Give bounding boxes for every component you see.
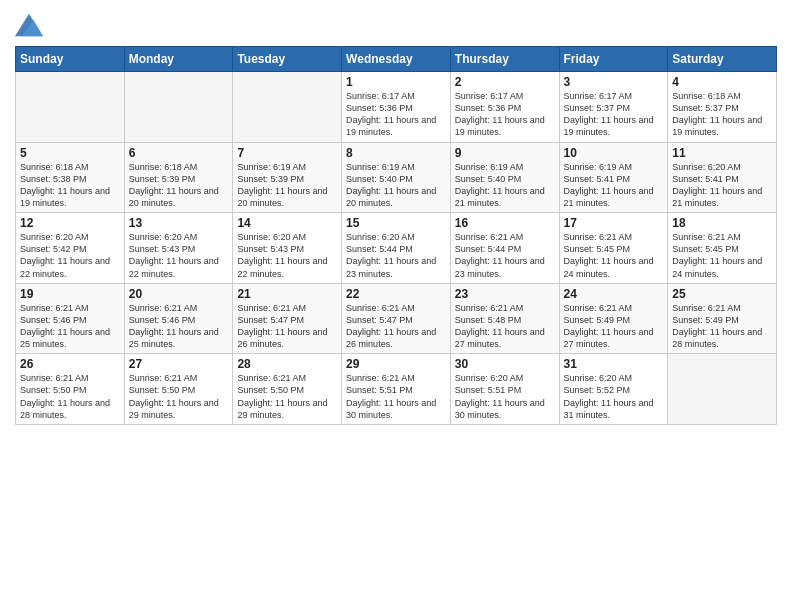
day-number: 18	[672, 216, 772, 230]
day-of-week-header: Monday	[124, 47, 233, 72]
calendar-day-cell: 10Sunrise: 6:19 AM Sunset: 5:41 PM Dayli…	[559, 142, 668, 213]
day-info: Sunrise: 6:21 AM Sunset: 5:45 PM Dayligh…	[564, 231, 664, 280]
calendar-day-cell	[233, 72, 342, 143]
calendar-day-cell: 25Sunrise: 6:21 AM Sunset: 5:49 PM Dayli…	[668, 283, 777, 354]
day-number: 30	[455, 357, 555, 371]
calendar-day-cell	[16, 72, 125, 143]
day-info: Sunrise: 6:21 AM Sunset: 5:47 PM Dayligh…	[237, 302, 337, 351]
day-number: 17	[564, 216, 664, 230]
day-info: Sunrise: 6:21 AM Sunset: 5:44 PM Dayligh…	[455, 231, 555, 280]
day-info: Sunrise: 6:21 AM Sunset: 5:47 PM Dayligh…	[346, 302, 446, 351]
calendar-day-cell: 18Sunrise: 6:21 AM Sunset: 5:45 PM Dayli…	[668, 213, 777, 284]
calendar-day-cell	[124, 72, 233, 143]
day-info: Sunrise: 6:20 AM Sunset: 5:52 PM Dayligh…	[564, 372, 664, 421]
day-number: 23	[455, 287, 555, 301]
day-number: 8	[346, 146, 446, 160]
day-number: 21	[237, 287, 337, 301]
calendar-day-cell: 7Sunrise: 6:19 AM Sunset: 5:39 PM Daylig…	[233, 142, 342, 213]
day-info: Sunrise: 6:21 AM Sunset: 5:50 PM Dayligh…	[20, 372, 120, 421]
calendar-week-row: 12Sunrise: 6:20 AM Sunset: 5:42 PM Dayli…	[16, 213, 777, 284]
day-number: 6	[129, 146, 229, 160]
day-number: 24	[564, 287, 664, 301]
day-number: 7	[237, 146, 337, 160]
calendar-day-cell: 6Sunrise: 6:18 AM Sunset: 5:39 PM Daylig…	[124, 142, 233, 213]
calendar-header-row: SundayMondayTuesdayWednesdayThursdayFrid…	[16, 47, 777, 72]
calendar-day-cell: 4Sunrise: 6:18 AM Sunset: 5:37 PM Daylig…	[668, 72, 777, 143]
day-info: Sunrise: 6:18 AM Sunset: 5:39 PM Dayligh…	[129, 161, 229, 210]
calendar-day-cell: 12Sunrise: 6:20 AM Sunset: 5:42 PM Dayli…	[16, 213, 125, 284]
calendar-day-cell: 8Sunrise: 6:19 AM Sunset: 5:40 PM Daylig…	[342, 142, 451, 213]
day-info: Sunrise: 6:21 AM Sunset: 5:46 PM Dayligh…	[129, 302, 229, 351]
day-info: Sunrise: 6:19 AM Sunset: 5:40 PM Dayligh…	[346, 161, 446, 210]
calendar-day-cell: 28Sunrise: 6:21 AM Sunset: 5:50 PM Dayli…	[233, 354, 342, 425]
day-number: 14	[237, 216, 337, 230]
day-number: 16	[455, 216, 555, 230]
calendar-day-cell: 22Sunrise: 6:21 AM Sunset: 5:47 PM Dayli…	[342, 283, 451, 354]
day-of-week-header: Sunday	[16, 47, 125, 72]
calendar-day-cell: 1Sunrise: 6:17 AM Sunset: 5:36 PM Daylig…	[342, 72, 451, 143]
day-info: Sunrise: 6:17 AM Sunset: 5:37 PM Dayligh…	[564, 90, 664, 139]
calendar-day-cell: 9Sunrise: 6:19 AM Sunset: 5:40 PM Daylig…	[450, 142, 559, 213]
calendar-day-cell: 19Sunrise: 6:21 AM Sunset: 5:46 PM Dayli…	[16, 283, 125, 354]
day-info: Sunrise: 6:17 AM Sunset: 5:36 PM Dayligh…	[455, 90, 555, 139]
day-number: 20	[129, 287, 229, 301]
calendar-day-cell: 14Sunrise: 6:20 AM Sunset: 5:43 PM Dayli…	[233, 213, 342, 284]
calendar-day-cell: 23Sunrise: 6:21 AM Sunset: 5:48 PM Dayli…	[450, 283, 559, 354]
calendar-day-cell: 29Sunrise: 6:21 AM Sunset: 5:51 PM Dayli…	[342, 354, 451, 425]
calendar-day-cell: 27Sunrise: 6:21 AM Sunset: 5:50 PM Dayli…	[124, 354, 233, 425]
day-number: 15	[346, 216, 446, 230]
calendar-week-row: 5Sunrise: 6:18 AM Sunset: 5:38 PM Daylig…	[16, 142, 777, 213]
calendar-day-cell: 11Sunrise: 6:20 AM Sunset: 5:41 PM Dayli…	[668, 142, 777, 213]
calendar-day-cell: 30Sunrise: 6:20 AM Sunset: 5:51 PM Dayli…	[450, 354, 559, 425]
calendar-day-cell	[668, 354, 777, 425]
day-number: 2	[455, 75, 555, 89]
day-number: 11	[672, 146, 772, 160]
day-of-week-header: Thursday	[450, 47, 559, 72]
calendar-day-cell: 17Sunrise: 6:21 AM Sunset: 5:45 PM Dayli…	[559, 213, 668, 284]
day-of-week-header: Friday	[559, 47, 668, 72]
day-info: Sunrise: 6:19 AM Sunset: 5:40 PM Dayligh…	[455, 161, 555, 210]
calendar-day-cell: 31Sunrise: 6:20 AM Sunset: 5:52 PM Dayli…	[559, 354, 668, 425]
day-info: Sunrise: 6:19 AM Sunset: 5:39 PM Dayligh…	[237, 161, 337, 210]
day-info: Sunrise: 6:21 AM Sunset: 5:49 PM Dayligh…	[672, 302, 772, 351]
calendar-day-cell: 21Sunrise: 6:21 AM Sunset: 5:47 PM Dayli…	[233, 283, 342, 354]
day-number: 10	[564, 146, 664, 160]
day-number: 9	[455, 146, 555, 160]
day-number: 4	[672, 75, 772, 89]
calendar-day-cell: 15Sunrise: 6:20 AM Sunset: 5:44 PM Dayli…	[342, 213, 451, 284]
day-info: Sunrise: 6:20 AM Sunset: 5:44 PM Dayligh…	[346, 231, 446, 280]
calendar-day-cell: 20Sunrise: 6:21 AM Sunset: 5:46 PM Dayli…	[124, 283, 233, 354]
day-number: 5	[20, 146, 120, 160]
day-of-week-header: Wednesday	[342, 47, 451, 72]
day-number: 29	[346, 357, 446, 371]
day-info: Sunrise: 6:20 AM Sunset: 5:43 PM Dayligh…	[237, 231, 337, 280]
day-number: 25	[672, 287, 772, 301]
logo-icon	[15, 10, 43, 38]
calendar-day-cell: 5Sunrise: 6:18 AM Sunset: 5:38 PM Daylig…	[16, 142, 125, 213]
day-info: Sunrise: 6:20 AM Sunset: 5:43 PM Dayligh…	[129, 231, 229, 280]
calendar-day-cell: 24Sunrise: 6:21 AM Sunset: 5:49 PM Dayli…	[559, 283, 668, 354]
day-info: Sunrise: 6:17 AM Sunset: 5:36 PM Dayligh…	[346, 90, 446, 139]
day-info: Sunrise: 6:21 AM Sunset: 5:51 PM Dayligh…	[346, 372, 446, 421]
day-info: Sunrise: 6:21 AM Sunset: 5:50 PM Dayligh…	[129, 372, 229, 421]
day-info: Sunrise: 6:21 AM Sunset: 5:49 PM Dayligh…	[564, 302, 664, 351]
calendar-day-cell: 16Sunrise: 6:21 AM Sunset: 5:44 PM Dayli…	[450, 213, 559, 284]
calendar-day-cell: 13Sunrise: 6:20 AM Sunset: 5:43 PM Dayli…	[124, 213, 233, 284]
day-number: 31	[564, 357, 664, 371]
day-number: 12	[20, 216, 120, 230]
calendar-table: SundayMondayTuesdayWednesdayThursdayFrid…	[15, 46, 777, 425]
day-info: Sunrise: 6:20 AM Sunset: 5:51 PM Dayligh…	[455, 372, 555, 421]
calendar-week-row: 19Sunrise: 6:21 AM Sunset: 5:46 PM Dayli…	[16, 283, 777, 354]
day-number: 26	[20, 357, 120, 371]
day-info: Sunrise: 6:20 AM Sunset: 5:42 PM Dayligh…	[20, 231, 120, 280]
day-number: 13	[129, 216, 229, 230]
calendar-week-row: 1Sunrise: 6:17 AM Sunset: 5:36 PM Daylig…	[16, 72, 777, 143]
calendar-day-cell: 3Sunrise: 6:17 AM Sunset: 5:37 PM Daylig…	[559, 72, 668, 143]
page: SundayMondayTuesdayWednesdayThursdayFrid…	[0, 0, 792, 612]
calendar-day-cell: 26Sunrise: 6:21 AM Sunset: 5:50 PM Dayli…	[16, 354, 125, 425]
day-number: 27	[129, 357, 229, 371]
day-number: 1	[346, 75, 446, 89]
day-info: Sunrise: 6:18 AM Sunset: 5:37 PM Dayligh…	[672, 90, 772, 139]
day-info: Sunrise: 6:19 AM Sunset: 5:41 PM Dayligh…	[564, 161, 664, 210]
day-number: 19	[20, 287, 120, 301]
